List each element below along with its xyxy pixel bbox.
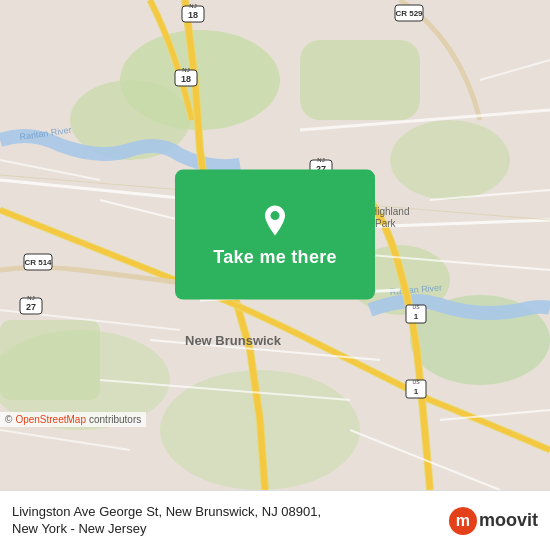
copyright-symbol: ©	[5, 414, 12, 425]
svg-rect-3	[300, 40, 420, 120]
svg-text:1: 1	[414, 387, 419, 396]
svg-text:US: US	[413, 304, 421, 310]
svg-text:NJ: NJ	[182, 67, 189, 73]
contributors-text: contributors	[89, 414, 141, 425]
moovit-m-icon: m	[449, 507, 477, 535]
svg-text:CR 514: CR 514	[24, 258, 52, 267]
svg-text:NJ: NJ	[189, 3, 196, 9]
map-container: Raritan River Raritan River	[0, 0, 550, 490]
address-line2: New York - New Jersey	[12, 521, 441, 538]
osm-link[interactable]: OpenStreetMap	[15, 414, 86, 425]
svg-text:US: US	[413, 379, 421, 385]
location-pin-icon	[257, 202, 293, 238]
osm-attribution: © OpenStreetMap contributors	[0, 412, 146, 427]
address-text: Livingston Ave George St, New Brunswick,…	[12, 504, 441, 538]
bottom-bar: Livingston Ave George St, New Brunswick,…	[0, 490, 550, 550]
svg-point-4	[390, 120, 510, 200]
svg-text:18: 18	[188, 10, 198, 20]
svg-text:NJ: NJ	[317, 157, 324, 163]
svg-text:18: 18	[181, 74, 191, 84]
moovit-logo: m moovit	[449, 507, 538, 535]
svg-text:1: 1	[414, 312, 419, 321]
svg-point-53	[271, 211, 280, 220]
svg-text:NJ: NJ	[27, 295, 34, 301]
navigation-card: Take me there	[175, 170, 375, 300]
svg-text:New Brunswick: New Brunswick	[185, 333, 282, 348]
svg-text:Highland: Highland	[370, 206, 409, 217]
take-me-there-button[interactable]: Take me there	[213, 246, 337, 267]
svg-text:27: 27	[26, 302, 36, 312]
address-line1: Livingston Ave George St, New Brunswick,…	[12, 504, 441, 521]
svg-text:Park: Park	[375, 218, 397, 229]
svg-text:CR 529: CR 529	[395, 9, 423, 18]
moovit-wordmark: moovit	[479, 510, 538, 531]
